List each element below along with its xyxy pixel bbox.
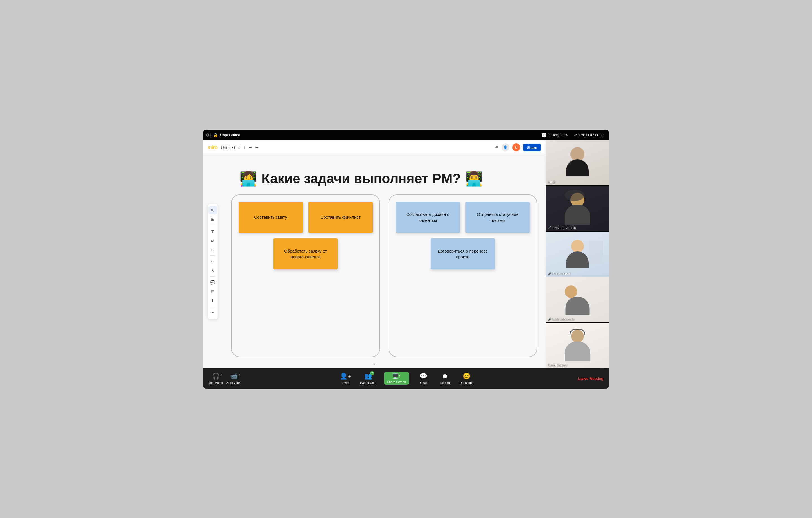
select-tool[interactable]: ↖ (208, 206, 217, 214)
gallery-view-button[interactable]: Gallery View (542, 133, 568, 137)
cursor-icon[interactable]: ⊕ (495, 145, 499, 150)
share-screen-icon: 🖥️↑ (392, 373, 401, 379)
invite-icon: 👤+ (340, 373, 351, 380)
sticky-note-blue-1[interactable]: Согласовать дизайн с клиентом (396, 202, 460, 233)
reactions-icon: 😊 (463, 373, 470, 380)
text-tool[interactable]: T (208, 227, 217, 236)
undo-icon[interactable]: ↩ (249, 145, 253, 150)
sticky-note-orange-3[interactable]: Обработать заявку от нового клиента (273, 238, 338, 269)
video-name-5: Renat Zakirov (548, 363, 567, 367)
video-tile-2: 🎤 Никита Дмитров (546, 186, 609, 231)
video-icon: 📹 ▲ (230, 373, 238, 380)
record-icon: ⏺ (442, 373, 448, 380)
miro-toolbar: miro Untitled ☆ ↑ ↩ ↪ ⊕ 👤 U Share (203, 140, 546, 155)
participants-icon: 👥 7 (364, 373, 372, 380)
join-audio-label: Join Audio (209, 381, 223, 385)
participants-label: Participants (360, 381, 376, 385)
video-panel: ingolf 🎤 Никита Дмитров (546, 140, 609, 368)
screen-wrapper: i 🔒 Unpin Video Gallery View ⤢ Exit Full… (203, 130, 609, 389)
miro-canvas[interactable]: ↖ ⊞ T ▱ □ ✏ ∧ 💬 ⊟ ⬆ ••• (203, 155, 546, 368)
video-name-1: ingolf (548, 180, 555, 184)
participants-button[interactable]: 👥 7 Participants (360, 373, 376, 385)
gallery-view-label: Gallery View (548, 133, 568, 137)
main-content: miro Untitled ☆ ↑ ↩ ↪ ⊕ 👤 U Share (203, 140, 609, 368)
user-avatar[interactable]: U (512, 144, 520, 151)
more-tools[interactable]: ••• (208, 309, 217, 317)
miro-area: miro Untitled ☆ ↑ ↩ ↪ ⊕ 👤 U Share (203, 140, 546, 368)
canvas-title-area: 👩‍💻 Какие задачи выполняет PM? 👨‍💻 (240, 171, 534, 187)
top-bar-left: i 🔒 Unpin Video (206, 133, 240, 137)
chat-button[interactable]: 💬 Chat (417, 373, 430, 385)
expand-icon: ⤢ (574, 133, 577, 137)
star-icon[interactable]: ☆ (237, 145, 241, 150)
unpin-text[interactable]: Unpin Video (220, 133, 240, 137)
reactions-label: Reactions (460, 381, 473, 385)
stop-video-label: Stop Video (226, 381, 242, 385)
video-name-3: 🎤 Philip Ossobl (548, 272, 570, 275)
share-screen-button[interactable]: 🖥️↑ Share Screen (384, 372, 409, 385)
info-icon[interactable]: i (206, 133, 211, 137)
invite-label: Invite (342, 381, 349, 385)
video-tile-3: 🎤 Philip Ossobl (546, 232, 609, 277)
zoom-bar-right: Leave Meeting (578, 376, 603, 381)
comment-tool[interactable]: 💬 (208, 278, 217, 287)
video-name-4: 🎤 Lada Latysheva (548, 317, 574, 321)
exit-full-screen-button[interactable]: ⤢ Exit Full Screen (574, 133, 605, 137)
tool-divider (210, 225, 215, 225)
mic-icon: 🎧 ▲ (212, 373, 220, 380)
reactions-button[interactable]: 😊 Reactions (460, 373, 473, 385)
sticky-tool[interactable]: □ (208, 245, 217, 254)
participants-badge: 7 (370, 371, 374, 375)
title-emoji-right: 👨‍💻 (465, 171, 483, 187)
upload-tool[interactable]: ⬆ (208, 297, 217, 305)
invite-circle[interactable]: 👤 (501, 144, 510, 151)
join-audio-button[interactable]: 🎧 ▲ Join Audio (209, 373, 223, 385)
shape-tool[interactable]: ▱ (208, 236, 217, 245)
blue-card-group: Согласовать дизайн с клиентом Отправить … (388, 194, 538, 357)
top-bar: i 🔒 Unpin Video Gallery View ⤢ Exit Full… (203, 130, 609, 140)
sticky-note-blue-2[interactable]: Отправить статусное письмо (465, 202, 530, 233)
sticky-note-blue-3[interactable]: Договориться о переносе сроков (431, 238, 495, 269)
share-button[interactable]: Share (523, 144, 541, 151)
mic-muted-icon-3: 🎤 (548, 272, 551, 275)
stop-video-caret[interactable]: ▲ (238, 373, 240, 376)
miro-actions-right: ⊕ 👤 U Share (495, 144, 541, 151)
record-label: Record (440, 381, 450, 385)
video-tile-4: 🎤 Lada Latysheva (546, 277, 609, 323)
miro-logo: miro (207, 145, 218, 151)
chat-icon: 💬 (419, 373, 427, 380)
record-button[interactable]: ⏺ Record (438, 373, 452, 385)
stop-video-button[interactable]: 📹 ▲ Stop Video (226, 373, 242, 385)
frame-tool[interactable]: ⊞ (208, 215, 217, 223)
cards-area: Составить смету Составить фич-лист Обраб… (231, 194, 537, 357)
leave-meeting-button[interactable]: Leave Meeting (578, 376, 603, 381)
tool-divider-3 (210, 276, 215, 277)
miro-title-area: Untitled ☆ ↑ ↩ ↪ (221, 145, 492, 150)
zoom-bar-center: 👤+ Invite 👥 7 Participants 🖥️↑ Share Scr… (339, 372, 473, 385)
sticky-note-orange-2[interactable]: Составить фич-лист (309, 202, 373, 233)
grid-tool[interactable]: ⊟ (208, 287, 217, 296)
redo-icon[interactable]: ↪ (255, 145, 259, 150)
video-tile-1: ingolf (546, 140, 609, 185)
invite-button[interactable]: 👤+ Invite (339, 373, 352, 385)
mic-muted-icon-4: 🎤 (548, 317, 551, 321)
chat-label: Chat (420, 381, 427, 385)
sticky-note-orange-1[interactable]: Составить смету (238, 202, 303, 233)
video-tile-5: Renat Zakirov (546, 323, 609, 368)
canvas-title-text: Какие задачи выполняет PM? (262, 171, 461, 186)
lock-icon: 🔒 (213, 133, 218, 137)
upload-icon[interactable]: ↑ (243, 145, 245, 150)
exit-full-screen-label: Exit Full Screen (579, 133, 605, 137)
orange-card-group: Составить смету Составить фич-лист Обраб… (231, 194, 380, 357)
miro-title: Untitled (221, 145, 235, 150)
join-audio-caret[interactable]: ▲ (220, 373, 223, 376)
mic-muted-icon-2: 🎤 (548, 226, 551, 229)
left-toolbar: ↖ ⊞ T ▱ □ ✏ ∧ 💬 ⊟ ⬆ ••• (207, 204, 218, 319)
zoom-bar-left: 🎧 ▲ Join Audio 📹 ▲ Stop Video (209, 373, 241, 385)
tool-divider-4 (210, 307, 215, 307)
pen-tool[interactable]: ✏ (208, 257, 217, 266)
zoom-bar: 🎧 ▲ Join Audio 📹 ▲ Stop Video 👤+ Invite (203, 368, 609, 389)
connector-tool[interactable]: ∧ (208, 266, 217, 275)
title-emoji-left: 👩‍💻 (240, 171, 257, 187)
expand-bottom-icon[interactable]: » (373, 362, 375, 366)
